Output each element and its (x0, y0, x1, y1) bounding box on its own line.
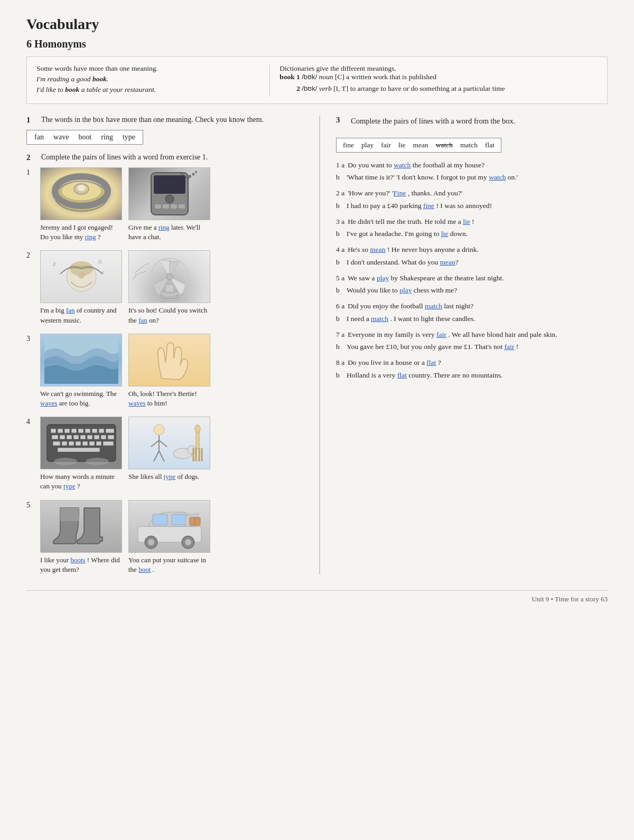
word-match: match (460, 141, 478, 149)
svg-point-18 (78, 272, 85, 278)
svg-line-59 (151, 440, 159, 447)
dict-pos-2: verb (319, 84, 332, 92)
exercise2-header: 2 Complete the pairs of lines with a wor… (26, 153, 298, 162)
answer-type-1: type (63, 482, 75, 490)
svg-rect-41 (80, 435, 86, 439)
pair-4-right-img (128, 417, 210, 469)
svg-rect-37 (52, 435, 58, 439)
svg-line-60 (159, 440, 167, 447)
word-ring: ring (101, 133, 113, 141)
bold-book-2: book (65, 86, 79, 93)
ex2-number: 2 (26, 153, 36, 162)
dict-num-2: 2 (296, 84, 300, 92)
pair-4: 4 (26, 417, 298, 491)
pair-4-right: She likes all type of dogs. (128, 417, 210, 491)
qa-item-4: 4 a He's so mean ! He never buys anyone … (336, 244, 608, 268)
svg-rect-50 (82, 441, 88, 446)
svg-rect-73 (153, 514, 167, 525)
ex3-instruction: Complete the pairs of lines with a word … (351, 116, 515, 127)
svg-point-12 (188, 175, 191, 178)
pair-1-left-caption: Jeremy and I got engaged! Do you like my… (40, 223, 122, 242)
pair-4-left: How many words a minute can you type ? (40, 417, 122, 491)
pair-5-right: You can put your suitcase in the boot . (128, 500, 210, 574)
word-lie: lie (398, 141, 406, 149)
pair-2-left-caption: I'm a big fan of country and western mus… (40, 306, 122, 325)
svg-rect-53 (103, 441, 114, 446)
pair-4-images: How many words a minute can you type ? (40, 417, 210, 491)
qa-item-6: 6 a Did you enjoy the football match las… (336, 301, 608, 324)
pair-2-images: ♪ ♫ ♪ I'm a big fan of country and weste… (40, 250, 210, 325)
answer-match-6a: match (425, 302, 442, 310)
qa-1b: b 'What time is it?' 'I don't know. I fo… (336, 172, 608, 183)
pair-5-num: 5 (26, 500, 36, 509)
pair-5-images: I like your boots ! Where did you get th… (40, 500, 210, 574)
answer-ring-2: ring (158, 223, 170, 231)
qa-5b: b Would you like to play chess with me? (336, 285, 608, 296)
svg-point-4 (77, 185, 86, 191)
ex2-instruction: Complete the pairs of lines with a word … (41, 153, 208, 162)
svg-point-57 (154, 424, 164, 435)
pair-3-right-img (128, 334, 210, 386)
svg-text:♪: ♪ (52, 260, 56, 268)
svg-point-55 (54, 458, 77, 465)
pair-1-right-caption: Give me a ring later. We'll have a chat. (128, 223, 210, 242)
svg-rect-46 (53, 441, 60, 446)
svg-rect-34 (92, 429, 97, 433)
svg-rect-47 (62, 441, 67, 446)
word-play: play (361, 141, 374, 149)
ex1-instruction: The words in the box have more than one … (41, 116, 264, 124)
answer-fair-7a: fair (436, 331, 446, 338)
answer-fine-2b: fine (423, 202, 434, 210)
svg-rect-10 (171, 204, 177, 209)
pair-2-right-img (128, 250, 210, 303)
svg-rect-45 (108, 435, 114, 439)
word-boot: boot (78, 133, 91, 141)
intro-box: Some words have more than one meaning. I… (26, 56, 608, 104)
svg-point-25 (166, 273, 173, 280)
qa-item-8: 8 a Do you live in a house or a flat ? b… (336, 357, 608, 381)
ex1-number: 1 (26, 116, 36, 125)
answer-lie-3a: lie (463, 218, 470, 225)
pair-4-left-img (40, 417, 122, 469)
svg-rect-30 (64, 429, 70, 433)
answer-waves-2: waves (128, 399, 146, 407)
word-fair: fair (381, 141, 391, 149)
svg-rect-11 (179, 204, 185, 209)
page-title: Vocabulary (26, 16, 608, 33)
pair-5-left: I like your boots ! Where did you get th… (40, 500, 122, 574)
dict-entry-2: 2 /bʊk/ verb [I, T] to arrange to have o… (279, 84, 598, 93)
pair-3-left-caption: We can't go swimming. The waves are too … (40, 389, 122, 408)
svg-rect-9 (163, 204, 169, 209)
answer-flat-8a: flat (426, 358, 436, 366)
pair-1-right: Give me a ring later. We'll have a chat. (128, 167, 210, 242)
qa-3b: b I've got a headache. I'm going to lie … (336, 229, 608, 239)
footer: Unit 9 • Time for a story 63 (26, 590, 608, 603)
word-fan: fan (34, 133, 44, 141)
svg-text:♫: ♫ (97, 258, 102, 265)
pair-1-right-img (128, 167, 210, 220)
svg-rect-44 (101, 435, 106, 439)
intro-right-text: Dictionaries give the different meanings… (279, 64, 598, 73)
answer-play-5a: play (377, 274, 389, 282)
pair-5-left-caption: I like your boots ! Where did you get th… (40, 555, 122, 574)
qa-6a: 6 a Did you enjoy the football match las… (336, 301, 608, 312)
right-column: 3 Complete the pairs of lines with a wor… (319, 116, 608, 574)
intro-left: Some words have more than one meaning. I… (36, 64, 248, 96)
svg-point-78 (185, 539, 191, 545)
qa-8a: 8 a Do you live in a house or a flat ? (336, 357, 608, 368)
answer-lie-3b: lie (441, 230, 449, 238)
svg-rect-6 (154, 175, 185, 194)
dict-def-2: to arrange to have or do something at a … (350, 84, 505, 92)
svg-rect-29 (58, 429, 63, 433)
bold-book-1: book (92, 75, 107, 83)
answer-ring-1: ring (85, 233, 96, 241)
answer-mean-4a: mean (370, 246, 385, 253)
pair-3-num: 3 (26, 334, 36, 343)
answer-play-5b: play (399, 286, 412, 294)
answer-mean-4b: mean (440, 258, 455, 266)
answer-flat-8b: flat (397, 371, 407, 379)
intro-sentence-2: I'd like to book a table at your restaur… (36, 86, 248, 94)
svg-rect-51 (89, 441, 95, 446)
pair-5-right-img (128, 500, 210, 553)
answer-boot-2: boot (138, 565, 151, 573)
